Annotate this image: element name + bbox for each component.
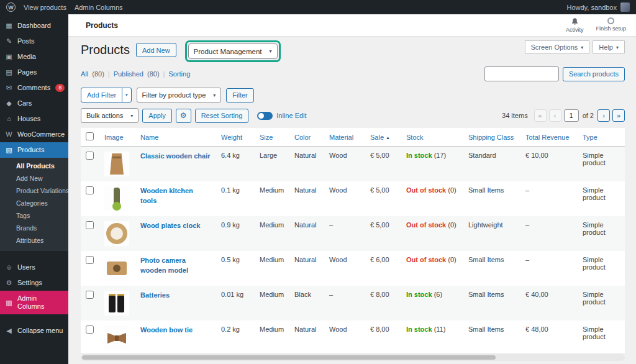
- first-page-button[interactable]: «: [534, 109, 547, 122]
- bulk-actions-select[interactable]: Bulk actions ▾: [81, 108, 139, 123]
- cell-image: [99, 181, 135, 216]
- column-sort-link[interactable]: Shipping Class: [468, 134, 514, 141]
- row-checkbox[interactable]: [86, 152, 94, 160]
- sidebar-subitem-product-variations[interactable]: Product Variations: [0, 184, 68, 197]
- cell-size: Medium: [255, 321, 289, 353]
- sidebar-item-settings[interactable]: ⚙Settings: [0, 275, 68, 291]
- product-thumbnail[interactable]: [104, 186, 129, 211]
- admin-columns-icon: ▥: [5, 299, 13, 307]
- column-sort-link[interactable]: Weight: [221, 134, 242, 141]
- cell-total-revenue: –: [520, 181, 578, 216]
- cell-sale: € 5,00: [365, 181, 401, 216]
- column-header-name: Name: [135, 128, 216, 147]
- last-page-button[interactable]: »: [612, 109, 625, 122]
- items-count: 34 items: [502, 112, 528, 119]
- row-checkbox[interactable]: [86, 221, 94, 229]
- sidebar-subitem-attributes[interactable]: Attributes: [0, 234, 68, 247]
- scrollbar-thumb[interactable]: [82, 355, 496, 360]
- product-thumbnail[interactable]: [104, 256, 129, 281]
- sidebar-subitem-brands[interactable]: Brands: [0, 222, 68, 234]
- current-page-input[interactable]: [564, 109, 579, 122]
- sidebar-item-media[interactable]: ▣Media: [0, 49, 68, 65]
- sidebar-item-label: Collapse menu: [17, 327, 63, 335]
- product-name-link[interactable]: Batteries: [140, 291, 170, 301]
- view-switcher-highlight: Product Management ▾: [185, 40, 281, 62]
- sidebar-item-pages[interactable]: ▤Pages: [0, 65, 68, 80]
- wordpress-logo-icon[interactable]: W: [6, 2, 16, 12]
- cell-material: –: [324, 286, 365, 321]
- product-name-link[interactable]: Wood plates clock: [140, 221, 200, 231]
- product-name-link[interactable]: Wooden bow tie: [140, 325, 193, 335]
- column-sort-link[interactable]: Image: [104, 134, 124, 141]
- product-thumbnail[interactable]: [104, 325, 129, 350]
- search-input[interactable]: [484, 66, 559, 81]
- help-button[interactable]: Help ▾: [593, 40, 625, 54]
- sidebar-item-dashboard[interactable]: ▦Dashboard: [0, 18, 68, 34]
- howdy-menu[interactable]: Howdy, sandbox: [566, 4, 617, 11]
- sidebar-item-users[interactable]: ☺Users: [0, 260, 68, 275]
- filter-button[interactable]: Filter: [226, 88, 253, 102]
- activity-tab[interactable]: Activity: [566, 17, 584, 33]
- column-settings-button[interactable]: ⚙: [176, 109, 191, 123]
- product-name-link[interactable]: Photo camera wooden model: [140, 256, 211, 276]
- next-page-button[interactable]: ›: [597, 109, 610, 122]
- sidebar-subitem-categories[interactable]: Categories: [0, 197, 68, 209]
- view-link-sorting[interactable]: Sorting: [168, 70, 190, 78]
- cell-image: [99, 147, 135, 182]
- inline-edit-toggle[interactable]: [257, 112, 273, 120]
- sidebar-subitem-all-products[interactable]: All Products: [0, 160, 68, 172]
- column-sort-link[interactable]: Name: [140, 134, 158, 141]
- row-checkbox[interactable]: [86, 325, 94, 334]
- add-filter-button[interactable]: Add Filter ▾: [81, 88, 132, 102]
- row-checkbox[interactable]: [86, 256, 94, 264]
- admin-bar-right: Howdy, sandbox: [566, 2, 630, 12]
- select-all-checkbox[interactable]: [86, 132, 94, 140]
- column-sort-link[interactable]: Sale: [370, 134, 384, 141]
- column-sort-link[interactable]: Total Revenue: [525, 134, 569, 141]
- page-wrap: Products Add New Product Management ▾ Sc…: [68, 36, 636, 364]
- finish-setup-tab[interactable]: Finish setup: [596, 17, 626, 33]
- column-sort-link[interactable]: Type: [583, 134, 597, 141]
- sidebar-item-cars[interactable]: ◆Cars: [0, 96, 68, 111]
- user-avatar[interactable]: [620, 2, 630, 12]
- view-link-published[interactable]: Published: [114, 70, 143, 78]
- product-thumbnail[interactable]: [104, 221, 129, 246]
- sidebar-item-collapse-menu[interactable]: ◀Collapse menu: [0, 323, 68, 339]
- sidebar-item-comments[interactable]: ✉Comments8: [0, 80, 68, 96]
- cell-size: Large: [255, 147, 289, 182]
- view-switcher-dropdown[interactable]: Product Management ▾: [188, 43, 278, 59]
- sidebar-item-houses[interactable]: ⌂Houses: [0, 111, 68, 127]
- sidebar-subitem-add-new[interactable]: Add New: [0, 172, 68, 184]
- cell-color: Natural: [289, 321, 324, 353]
- reset-sorting-button[interactable]: Reset Sorting: [195, 109, 249, 123]
- search-products-button[interactable]: Search products: [563, 67, 625, 81]
- screen-meta-buttons: Screen Options ▾ Help ▾: [525, 40, 625, 54]
- add-new-button[interactable]: Add New: [136, 43, 176, 57]
- cell-material: Wood: [324, 321, 365, 353]
- row-checkbox[interactable]: [86, 291, 94, 299]
- cell-color: Natural: [289, 251, 324, 286]
- column-sort-link[interactable]: Material: [329, 134, 353, 141]
- sidebar-subitem-tags[interactable]: Tags: [0, 209, 68, 222]
- product-thumbnail[interactable]: [104, 291, 129, 316]
- admin-bar-admin-columns[interactable]: Admin Columns: [75, 4, 123, 11]
- column-sort-link[interactable]: Size: [260, 134, 273, 141]
- cell-weight: 6.4 kg: [216, 147, 255, 182]
- sidebar-item-products[interactable]: ▧Products: [0, 142, 68, 158]
- row-checkbox[interactable]: [86, 186, 94, 194]
- sidebar-item-admin-columns[interactable]: ▥Admin Columns: [0, 291, 68, 314]
- column-sort-link[interactable]: Stock: [406, 134, 424, 141]
- view-link-all[interactable]: All: [81, 70, 88, 78]
- product-thumbnail[interactable]: [104, 152, 129, 176]
- product-name-link[interactable]: Classic wooden chair: [140, 152, 210, 162]
- apply-button[interactable]: Apply: [142, 109, 172, 123]
- product-name-link[interactable]: Wooden kitchen tools: [140, 186, 211, 206]
- product-type-filter-select[interactable]: Filter by product type ▾: [137, 88, 222, 102]
- sidebar-item-posts[interactable]: ✎Posts: [0, 34, 68, 49]
- horizontal-scrollbar[interactable]: [81, 354, 625, 361]
- admin-bar-view-products[interactable]: View products: [24, 4, 66, 11]
- screen-options-button[interactable]: Screen Options ▾: [525, 40, 590, 54]
- column-sort-link[interactable]: Color: [294, 134, 311, 141]
- sidebar-item-woocommerce[interactable]: WWooCommerce: [0, 127, 68, 142]
- prev-page-button[interactable]: ‹: [549, 109, 561, 122]
